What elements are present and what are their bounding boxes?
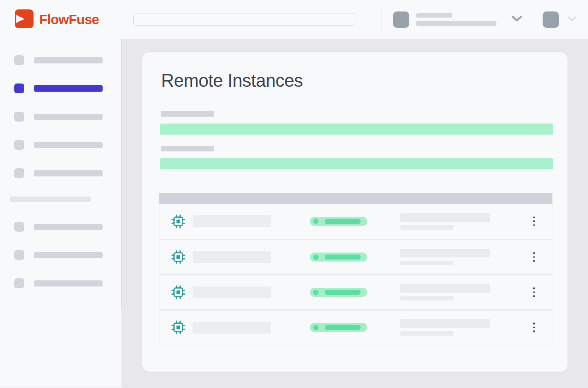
status-badge <box>310 217 367 226</box>
table-row[interactable] <box>159 239 552 274</box>
sidebar-item[interactable] <box>0 83 121 93</box>
status-text-skeleton <box>325 325 361 330</box>
skeleton-bar <box>416 21 496 26</box>
sidebar-item[interactable] <box>0 250 121 260</box>
instance-meta-skeleton <box>400 284 490 300</box>
sidebar-item[interactable] <box>0 278 121 288</box>
filled-input-field[interactable] <box>160 158 553 169</box>
table-row[interactable] <box>159 309 552 345</box>
filled-input-field[interactable] <box>160 124 553 135</box>
sidebar-item-icon <box>14 55 24 65</box>
skeleton-bar <box>400 261 453 265</box>
account-menu[interactable] <box>382 0 529 39</box>
cpu-chip-icon <box>171 214 186 229</box>
field-label-skeleton <box>161 111 214 117</box>
instance-name-skeleton <box>193 322 271 334</box>
avatar <box>543 11 559 28</box>
sidebar-item[interactable] <box>0 168 121 178</box>
status-text-skeleton <box>325 290 361 295</box>
brand-name: FlowFuse <box>39 12 99 27</box>
status-dot <box>313 290 319 295</box>
page-title: Remote Instances <box>161 70 568 91</box>
table-header-skeleton <box>159 193 552 204</box>
sidebar-item-icon <box>14 140 24 150</box>
kebab-menu-icon[interactable] <box>532 285 537 300</box>
instance-name-skeleton <box>193 215 271 227</box>
table-body <box>159 204 552 345</box>
sidebar-item[interactable] <box>0 140 121 150</box>
sidebar-item-label-skeleton <box>34 57 103 63</box>
instance-meta-skeleton <box>400 249 490 265</box>
skeleton-bar <box>400 213 490 222</box>
sidebar-item-label-skeleton <box>34 280 103 286</box>
topbar-right <box>382 0 588 39</box>
avatar <box>393 11 409 28</box>
top-bar: FlowFuse <box>0 0 588 39</box>
skeleton-bar <box>400 225 453 230</box>
sidebar-item-label-skeleton <box>10 196 91 202</box>
skeleton-bar <box>400 331 453 336</box>
skeleton-bar <box>416 13 452 18</box>
kebab-menu-icon[interactable] <box>532 214 537 229</box>
sidebar-item-label-skeleton <box>34 224 103 230</box>
cpu-chip-icon <box>171 250 186 264</box>
field-label-skeleton <box>161 146 214 151</box>
kebab-menu-icon[interactable] <box>532 250 537 264</box>
table-row[interactable] <box>159 274 552 309</box>
kebab-menu-icon[interactable] <box>532 320 537 335</box>
main-content: Remote Instances <box>121 39 588 388</box>
form-area <box>142 111 568 169</box>
chevron-down-icon <box>512 15 522 24</box>
status-dot <box>313 255 319 260</box>
sidebar-item-icon <box>14 168 24 178</box>
sidebar-item-label-skeleton <box>34 85 103 92</box>
flowfuse-logo-icon <box>15 9 34 30</box>
flowfuse-logo[interactable]: FlowFuse <box>0 9 133 30</box>
sidebar-item-icon <box>14 83 24 93</box>
sidebar-item-label-skeleton <box>34 170 103 176</box>
status-badge <box>310 288 367 297</box>
sidebar-item[interactable] <box>0 55 121 65</box>
sidebar-item-icon <box>14 112 24 122</box>
sidebar-nav <box>0 39 121 388</box>
sidebar-item[interactable] <box>0 112 121 122</box>
sidebar-section-label <box>0 196 121 202</box>
chevron-down-icon <box>568 16 577 23</box>
skeleton-bar <box>400 284 490 293</box>
sidebar-item-icon <box>14 250 24 260</box>
skeleton-bar <box>400 319 490 328</box>
status-dot <box>313 219 319 224</box>
account-text-skeleton <box>416 13 496 26</box>
search-input[interactable] <box>133 13 355 26</box>
sidebar-item-icon <box>14 278 24 288</box>
instance-meta-skeleton <box>400 319 490 336</box>
status-text-skeleton <box>325 219 361 224</box>
cpu-chip-icon <box>171 320 186 335</box>
status-badge <box>310 323 367 332</box>
status-text-skeleton <box>325 255 361 259</box>
instance-name-skeleton <box>193 286 271 298</box>
skeleton-bar <box>400 296 453 300</box>
skeleton-bar <box>400 249 490 257</box>
org-menu[interactable] <box>529 0 588 39</box>
instances-table <box>159 193 552 345</box>
table-row[interactable] <box>159 204 552 239</box>
sidebar-item-icon <box>14 222 24 232</box>
sidebar-item-label-skeleton <box>34 142 103 148</box>
sidebar-item[interactable] <box>0 222 121 232</box>
sidebar-item-label-skeleton <box>34 252 103 258</box>
sidebar-item-label-skeleton <box>34 114 103 120</box>
instance-meta-skeleton <box>400 213 490 230</box>
status-dot <box>313 325 319 330</box>
instance-name-skeleton <box>193 251 271 263</box>
cpu-chip-icon <box>171 285 186 300</box>
remote-instances-panel: Remote Instances <box>142 52 568 372</box>
status-badge <box>310 253 367 262</box>
